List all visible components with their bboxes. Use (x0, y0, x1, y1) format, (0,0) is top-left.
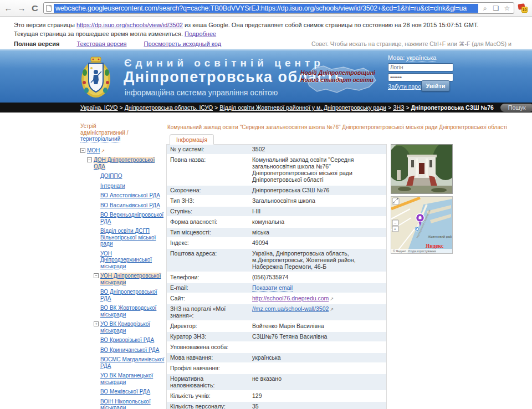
table-row: Нормативна наповнюваність:не вказано (167, 374, 386, 391)
search-icon[interactable]: ⌕ (480, 4, 489, 12)
info-value: 129 (249, 391, 386, 401)
sidebar-link[interactable]: ВО Дніпропетровської РДА (100, 289, 157, 301)
mz-portal-link[interactable]: //mz.com.ua/school-wall/3502 (252, 305, 329, 312)
info-label: Тип ЗНЗ: (167, 196, 249, 206)
table-row: Мова навчання:українська (167, 352, 386, 363)
address-bar[interactable]: webcache.googleusercontent.com/search?q=… (43, 2, 514, 14)
back-icon[interactable]: ← (3, 3, 13, 13)
media-panel: Набережна Перемоги Жовтневий рай. Яндекс… (391, 144, 453, 254)
sidebar-item: УО ВК Марганецької міськради (80, 372, 165, 385)
sidebar-link[interactable]: Відділ освіти ДСГП Вільногірської місько… (100, 228, 156, 247)
sidebar-link[interactable]: ДОІППО (100, 173, 122, 179)
login-button[interactable]: Увійти (421, 80, 450, 91)
map-zoom-out-button[interactable] (392, 220, 398, 226)
tree-collapse-icon[interactable]: − (87, 157, 92, 162)
school-site-link[interactable]: http://school76.dnepredu.com (252, 295, 329, 301)
info-value (249, 363, 386, 374)
sidebar-link[interactable]: МОН (87, 147, 100, 154)
info-label: Ступінь: (167, 206, 249, 217)
region-standard-badge: Новій Дніпропетровщині Новий стандарт ос… (293, 65, 381, 96)
bookmark-star-icon[interactable]: ☆ (503, 4, 511, 12)
info-value: Комунальний заклад освіти "Середня загал… (249, 155, 386, 185)
svg-text:Жовтневий рай.: Жовтневий рай. (428, 235, 452, 238)
external-link-icon: ↗ (101, 149, 105, 154)
sidebar-item: ВОСМС Магдалинівської РДА (80, 356, 165, 369)
forward-icon[interactable]: → (17, 3, 27, 13)
breadcrumb-link-region[interactable]: Дніпропетровська область. ІСУО (125, 104, 213, 111)
url-text[interactable]: webcache.googleusercontent.com/search?q=… (54, 4, 478, 13)
breadcrumb-separator: > (214, 104, 218, 111)
info-value: (056)7535974 (249, 272, 386, 283)
table-row: Уповноважена особа: (167, 342, 386, 352)
info-value (249, 342, 386, 352)
breadcrumb-link-country[interactable]: Україна. ІСУО (80, 104, 118, 111)
sidebar-link[interactable]: Інтернати (100, 183, 125, 189)
external-link-icon: ↗ (330, 296, 334, 301)
site-header: Єдиний освітній центр Дніпропетровська о… (0, 49, 532, 103)
caption-territorial-toggle[interactable]: територіальний (80, 136, 120, 142)
sidebar-link[interactable]: ВО Криничанської РДА (100, 347, 160, 353)
cache-text-post: из кеша Google. Она представляет собой с… (183, 22, 479, 28)
sidebar-link[interactable]: ВОСМС Магдалинівської РДА (100, 356, 165, 369)
full-version-label: Полная версия (14, 40, 59, 47)
caption-administrative: адміністративний (80, 130, 125, 136)
info-value: 49094 (249, 238, 386, 248)
school-photo-image (391, 145, 452, 193)
table-row: Куратор ЗНЗ:СЗШ№76 Тетяна Василівна (167, 331, 386, 342)
more-info-link[interactable]: Подробнее (185, 30, 216, 37)
sidebar-link[interactable]: ДОН Дніпропетровської ОДА (94, 157, 155, 170)
info-label: Скорочена: (167, 185, 249, 196)
tree-caption: Устрій адміністративний / територіальний (80, 123, 165, 142)
breadcrumb-separator: > (388, 104, 391, 111)
badge-line1: Новій Дніпропетровщині (300, 69, 375, 76)
info-value: Показати email (249, 283, 386, 293)
sidebar-item: + УО ВК Криворізької міськради (80, 321, 165, 334)
login-input[interactable] (388, 63, 453, 71)
page-root: ← → C webcache.googleusercontent.com/sea… (0, 0, 532, 409)
search-button[interactable]: Пошук (500, 104, 532, 112)
sidebar-link[interactable]: ВО Межівської РДА (100, 388, 150, 395)
sidebar-link[interactable]: УО ВК Марганецької міськради (100, 372, 153, 385)
map-terms-link[interactable] (407, 249, 440, 253)
sidebar-link[interactable]: УО ВК Криворізької міськради (100, 321, 150, 334)
sidebar-link[interactable]: УОН Дніпропетровської міськради (100, 273, 161, 285)
caption-ustrij: Устрій (80, 123, 96, 129)
reload-icon[interactable]: C (29, 3, 40, 13)
sidebar-link[interactable]: ВО Верхньодніпровської РДА (100, 212, 163, 224)
sidebar-link[interactable]: УОН Дніпродзержинської міськради (100, 250, 152, 269)
tree-collapse-icon[interactable]: − (94, 273, 99, 278)
info-pane: № у системі:3502 Повна назва:Комунальний… (166, 144, 387, 409)
sidebar-link[interactable]: ВО ВК Жовтоводської міськради (100, 305, 156, 318)
sidebar-link[interactable]: ВО Криворізької РДА (100, 337, 154, 343)
sidebar-item: ДОІППО (80, 173, 165, 180)
breadcrumb-link-department[interactable]: Відділ освіти Жовтневої районної у м. Дн… (219, 104, 386, 111)
tree-collapse-icon[interactable]: − (80, 148, 85, 153)
map-fullscreen-icon[interactable] (392, 198, 399, 204)
sidebar-link[interactable]: ВО Апостолівської РДА (100, 192, 160, 198)
map-image: Набережна Перемоги Жовтневий рай. Яндекс… (391, 197, 452, 253)
school-photo[interactable] (391, 144, 453, 194)
table-row: Профілі навчання: (167, 363, 386, 374)
show-email-link[interactable]: Показати email (252, 284, 293, 292)
cache-snapshot-line: Это версия страницы https://dp.isuo.org/… (14, 22, 479, 28)
text-version-link[interactable]: Текстовая версия (76, 40, 126, 47)
breadcrumb-link-znz[interactable]: ЗНЗ (393, 104, 404, 111)
info-label: Профілі навчання: (167, 363, 249, 374)
tree-expand-icon[interactable]: + (94, 321, 99, 326)
yandex-map[interactable]: Набережна Перемоги Жовтневий рай. Яндекс… (391, 196, 453, 254)
extension-icon[interactable]: 10 (518, 3, 529, 14)
page-action-icon[interactable]: ❏ (492, 4, 500, 12)
info-label: Форма власності: (167, 217, 249, 227)
language-selector[interactable]: українська (406, 54, 436, 62)
sidebar-link[interactable]: ВОіН Нікопольської міськради (100, 398, 151, 409)
map-zoom-in-button[interactable] (392, 226, 398, 232)
sidebar-item: ВО Апостолівської РДА (80, 192, 165, 199)
sidebar-link[interactable]: ВО Васильківської РДА (100, 202, 160, 208)
view-source-link[interactable]: Просмотреть исходный код (144, 40, 222, 47)
info-label: Уповноважена особа: (167, 342, 249, 352)
tab-information[interactable]: Інформація (170, 134, 214, 145)
site-subtitle: інформаційна система управління освітою (125, 88, 278, 97)
sidebar-item: ВО ВК Жовтоводської міськради (80, 305, 165, 318)
cached-page-link[interactable]: https://dp.isuo.org/schools/view/id/3502 (76, 22, 183, 28)
info-label: Тип місцевості: (167, 227, 249, 238)
